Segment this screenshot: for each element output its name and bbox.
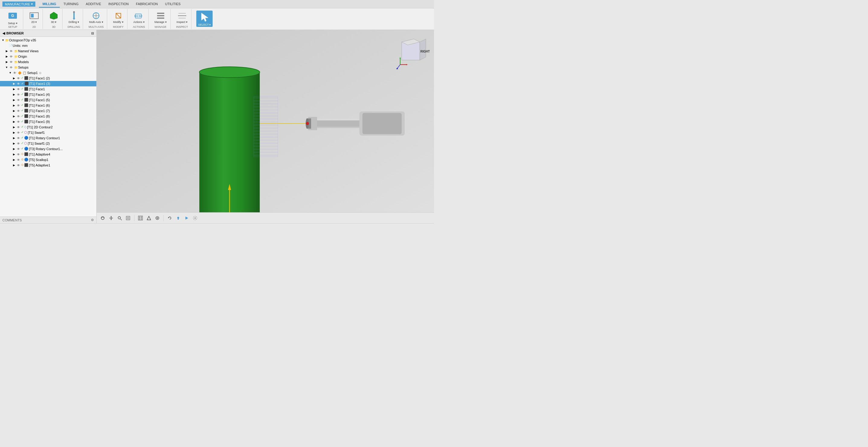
- svg-line-10: [116, 13, 121, 18]
- manage-group-label: MANAGE: [155, 25, 166, 29]
- tree-face1-7[interactable]: ▶ 👁 ✓ ⬛ [T1] Face1 (7): [0, 108, 96, 114]
- tree-models[interactable]: ▶ 👁 📁 Models: [0, 59, 96, 65]
- expand-origin[interactable]: ▶: [5, 55, 8, 58]
- setups-folder-icon: 📁: [14, 65, 18, 69]
- tree-setup1[interactable]: ▼ 👁 🔶 📋 Setup1 ⊙: [0, 70, 96, 75]
- named-views-label: Named Views: [18, 49, 39, 53]
- simulate-button[interactable]: [183, 215, 190, 221]
- tab-turning[interactable]: TURNING: [60, 1, 82, 7]
- origin-folder-icon: 📁: [14, 54, 18, 59]
- eye-icon-models: 👁: [9, 60, 13, 64]
- toolbar-group-setup: G Setup ▾ SETUP: [2, 9, 23, 29]
- tree-face1[interactable]: ▶ 👁 ✓ ⬛ [T1] Face1: [0, 86, 96, 92]
- contour2-label: [T1] 2D Contour2: [27, 125, 53, 129]
- setup-button[interactable]: G Setup ▾: [5, 9, 21, 25]
- actions-group-label: ACTIONS: [133, 25, 145, 29]
- models-label: Models: [18, 60, 29, 64]
- tree-adaptive4[interactable]: ▶ 👁 ⊙ ⬛ [T1] Adaptive4: [0, 152, 96, 157]
- face1-9-label: [T1] Face1 (9): [29, 120, 50, 124]
- toolbar-group-modify: Modify ▾ MODIFY: [110, 9, 127, 29]
- render-button[interactable]: [154, 215, 161, 221]
- expand-models[interactable]: ▶: [5, 60, 8, 63]
- root-folder-icon: 📁: [5, 38, 9, 42]
- expand-named-views[interactable]: ▶: [5, 50, 8, 53]
- tree-face1-5[interactable]: ▶ 👁 ✓ ⬛ [T1] Face1 (5): [0, 97, 96, 103]
- 3d-button[interactable]: 3D ▾: [48, 10, 60, 24]
- display-mode-button[interactable]: [145, 215, 153, 221]
- select-button[interactable]: SELECT ▾: [196, 10, 213, 27]
- tree-face1-4[interactable]: ▶ 👁 ✓ ⬛ [T1] Face1 (4): [0, 92, 96, 97]
- expand-root[interactable]: ▼: [1, 39, 5, 42]
- tree-scallop1[interactable]: ▶ 👁 ⊙ 🔵 [T5] Scallop1: [0, 157, 96, 162]
- svg-marker-77: [420, 39, 426, 60]
- browser-collapse-right[interactable]: ⊟: [91, 31, 94, 35]
- settings-view-button[interactable]: [191, 215, 199, 221]
- modify-cut-icon: [114, 11, 123, 21]
- tree-face1-2[interactable]: ▶ 👁 ✓ ⬛ [T1] Face1 (2): [0, 75, 96, 81]
- browser-collapse-left[interactable]: ◀: [2, 31, 5, 35]
- adaptive1-label: [T5] Adaptive1: [29, 163, 50, 167]
- tree-face1-6[interactable]: ▶ 👁 ✓ ⬛ [T1] Face1 (6): [0, 103, 96, 108]
- setup1-sim-icon: ⊙: [39, 71, 41, 74]
- tree-named-views[interactable]: ▶ 👁 📁 Named Views: [0, 48, 96, 54]
- tree-rotary1[interactable]: ▶ 👁 ✓ 🔵 [T1] Rotary Contour1: [0, 135, 96, 141]
- view-mode-button[interactable]: [137, 215, 144, 221]
- svg-marker-19: [178, 15, 179, 16]
- toolbar-group-3d: 3D ▾ 3D: [45, 9, 63, 29]
- tree-swarf1-2[interactable]: ▶ 👁 ✓ ⬡ [T1] Swarf1 (2): [0, 141, 96, 146]
- toolbar-group-2d: 2D ▾ 2D: [26, 9, 43, 29]
- expand-setups[interactable]: ▼: [5, 66, 8, 69]
- svg-marker-87: [111, 219, 112, 220]
- drilling-button[interactable]: Drilling ▾: [67, 10, 80, 24]
- tree-swarf1[interactable]: ▶ 👁 ✓ ⬡ [T1] Swarf1: [0, 130, 96, 135]
- pan-button[interactable]: [107, 215, 115, 221]
- svg-text:G1 G2: G1 G2: [134, 14, 143, 18]
- tree-face1-8[interactable]: ▶ 👁 ✓ ⬛ [T1] Face1 (8): [0, 114, 96, 119]
- light-button[interactable]: [175, 215, 182, 221]
- tree-units[interactable]: 📄 Units: mm: [0, 43, 96, 48]
- tree-adaptive1[interactable]: ▶ 👁 ⊙ ⬛ [T5] Adaptive1: [0, 162, 96, 168]
- 3d-icon: [49, 11, 59, 21]
- face1-2-label: [T1] Face1 (2): [29, 76, 50, 80]
- actions-button[interactable]: G1 G2 Actions ▾: [132, 10, 146, 24]
- manage-button[interactable]: Manage ▾: [153, 10, 168, 24]
- tree-rotary1-2[interactable]: ▶ 👁 ✓ 🔵 [T3] Rotary Contour1...: [0, 146, 96, 152]
- comments-settings-icon[interactable]: ⚙: [91, 218, 94, 222]
- setup1-doc-icon: 📋: [22, 71, 27, 75]
- manufacture-button[interactable]: MANUFACTURE ▾: [2, 1, 35, 7]
- tree-face1-3[interactable]: ▶ 👁 ✓ ⬛ [T1] Face1 (3): [0, 81, 96, 86]
- orbit-button[interactable]: [99, 215, 106, 221]
- inspect-button[interactable]: Inspect ▾: [176, 10, 189, 24]
- tree-face1-9[interactable]: ▶ 👁 ✓ ⬛ [T1] Face1 (9): [0, 119, 96, 124]
- svg-marker-97: [147, 216, 151, 220]
- svg-text:G: G: [11, 13, 14, 18]
- expand-setup1[interactable]: ▼: [8, 71, 12, 74]
- tab-utilities[interactable]: UTILITIES: [162, 1, 184, 7]
- adaptive4-label: [T1] Adaptive4: [29, 153, 50, 156]
- svg-point-101: [177, 217, 179, 219]
- viewport[interactable]: RIGHT: [97, 30, 434, 223]
- refresh-button[interactable]: [166, 215, 173, 221]
- tab-inspection[interactable]: INSPECTION: [105, 1, 132, 7]
- tool-icon-face1-2: ⬛: [24, 76, 28, 81]
- tool-icon-face1-3: ⬛: [25, 82, 29, 86]
- svg-rect-102: [178, 219, 179, 220]
- svg-point-99: [157, 218, 158, 219]
- tab-fabrication[interactable]: FABRICATION: [132, 1, 162, 7]
- tree-root[interactable]: ▼ 📁 OctogoonTOp v35: [0, 37, 96, 43]
- 2d-group-label: 2D: [32, 25, 36, 29]
- check-face1-3: ✓: [21, 82, 24, 86]
- tab-additive[interactable]: ADDITIVE: [82, 1, 105, 7]
- tree-origin[interactable]: ▶ 👁 📁 Origin: [0, 54, 96, 59]
- zoom-button[interactable]: [116, 215, 123, 221]
- 2d-button[interactable]: 2D ▾: [28, 10, 40, 24]
- svg-rect-96: [141, 218, 142, 220]
- tree-setups[interactable]: ▼ 👁 📁 Setups: [0, 65, 96, 70]
- tree-contour2[interactable]: ▶ 👁 ✓ ◇ [T1] 2D Contour2: [0, 124, 96, 130]
- zoom-fit-button[interactable]: [124, 215, 132, 221]
- toolbar-group-drilling: Drilling ▾ DRILLING: [65, 9, 83, 29]
- drilling-group-label: DRILLING: [68, 25, 80, 29]
- modify-cut-button[interactable]: Modify ▾: [112, 10, 125, 24]
- multiaxis-button[interactable]: Multi-Axis ▾: [88, 10, 104, 24]
- tab-milling[interactable]: MILLING: [39, 1, 60, 7]
